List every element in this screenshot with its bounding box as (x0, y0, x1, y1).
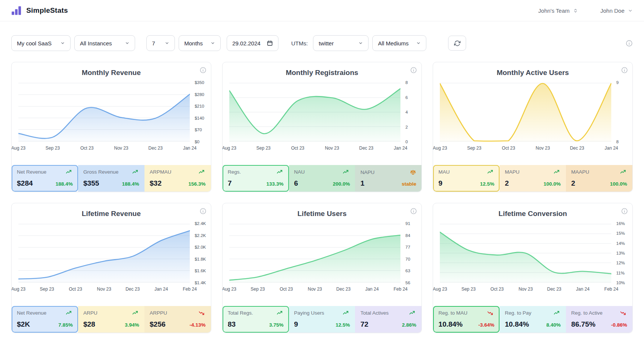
y-axis-label: $140 (195, 116, 205, 120)
stat-tile-total-regs[interactable]: Total Regs.833.75% (223, 306, 289, 333)
info-icon[interactable] (200, 208, 206, 214)
utm-medium-select[interactable]: All Mediums (372, 35, 426, 51)
stat-change: 200.0% (333, 181, 350, 187)
trend-up-icon (342, 310, 350, 316)
x-axis-label: Dec 23 (359, 146, 373, 151)
period-count-select[interactable]: 7 (146, 35, 175, 51)
x-axis-label: Jan 24 (183, 146, 197, 151)
stat-change: 12.5% (480, 181, 494, 187)
area-chart (229, 82, 401, 142)
x-axis-label: Feb 24 (604, 286, 618, 292)
x-axis-label: Oct 23 (80, 146, 93, 151)
chevron-down-icon (416, 41, 421, 45)
x-axis-label: Nov 23 (308, 286, 322, 292)
y-axis-label: $350 (195, 80, 205, 85)
instances-select-value: All Instances (80, 40, 112, 46)
trend-up-icon (619, 169, 627, 175)
x-axis-label: Sep 23 (40, 286, 54, 292)
x-axis-label: Feb 24 (394, 286, 408, 292)
stat-label: Reg. to Pay (505, 310, 531, 316)
instances-select[interactable]: All Instances (74, 35, 135, 51)
date-input[interactable]: 29.02.2024 (227, 35, 278, 51)
x-axis-label: Nov 23 (536, 146, 550, 151)
stat-tile-nau[interactable]: NAU6200.0% (289, 165, 355, 192)
stat-tile-net-revenue[interactable]: Net Revenue$284188.4% (12, 165, 78, 192)
y-axis-label: $0 (195, 140, 200, 144)
period-unit-select[interactable]: Months (179, 35, 221, 51)
y-axis-label: 9 (616, 80, 618, 85)
trend-up-icon (486, 169, 494, 175)
stat-tile-regs[interactable]: Regs.7133.3% (223, 165, 289, 192)
stat-value: 1 (360, 179, 364, 188)
stat-tile-arpu[interactable]: ARPU$283.94% (78, 306, 144, 333)
y-axis-label: $210 (195, 104, 205, 108)
y-axis-label: $70 (195, 128, 202, 132)
stat-value: $32 (150, 179, 162, 188)
stat-change: -0.86% (611, 322, 627, 328)
up-down-selector-icon (573, 8, 578, 13)
trend-up-icon (131, 310, 139, 316)
info-icon[interactable] (621, 67, 628, 74)
stat-value: 6 (294, 179, 298, 188)
y-axis-label: $2.2K (195, 233, 206, 238)
y-axis: 16%15%14%13%12%11%10% (611, 224, 632, 283)
stat-change: 12.5% (336, 322, 350, 328)
stat-change: 133.3% (266, 181, 284, 187)
y-axis: 98 (611, 82, 632, 142)
trend-down-icon (197, 310, 206, 316)
stat-label: Paying Users (294, 310, 324, 316)
stat-change: 188.4% (122, 181, 139, 187)
metric-card: Lifetime Users 918477706356 Aug 23Sep 23… (222, 203, 422, 333)
stat-tile-napu[interactable]: NAPU1stable (355, 165, 421, 192)
metric-card: Monthly Active Users 98 Aug 23Sep 23Oct … (433, 62, 633, 192)
stat-tile-reg-to-pay[interactable]: Reg. to Pay10.84%8.40% (500, 306, 566, 333)
x-axis-label: Sep 23 (461, 286, 475, 292)
stat-tile-paying-users[interactable]: Paying Users912.5% (289, 306, 355, 333)
x-axis-label: Nov 23 (97, 286, 111, 292)
stat-tile-reg-to-mau[interactable]: Reg. to MAU10.84%-3.64% (433, 306, 500, 333)
info-icon[interactable] (410, 208, 417, 214)
utm-source-select[interactable]: twitter (313, 35, 369, 51)
metric-card: Lifetime Revenue $2.4K$2.2K$2.0K$1.8K$1.… (11, 203, 211, 333)
area-chart (18, 224, 190, 283)
team-selector[interactable]: John's Team (538, 8, 578, 14)
stat-label: Gross Revenue (83, 169, 119, 175)
x-axis-label: Aug 23 (433, 146, 447, 151)
y-axis-label: 15% (616, 231, 625, 236)
stat-tile-maapu[interactable]: MAAPU2100.0% (566, 165, 632, 192)
chevron-down-icon (211, 41, 215, 45)
stat-label: MAPU (505, 169, 519, 175)
x-axis-label: Aug 23 (11, 146, 26, 151)
stat-tile-gross-revenue[interactable]: Gross Revenue$355188.4% (78, 165, 144, 192)
stat-tile-arppu[interactable]: ARPPU$256-4.13% (144, 306, 211, 333)
x-axis-label: Sep 23 (45, 146, 60, 151)
stat-change: 7.85% (59, 322, 73, 328)
info-icon[interactable] (200, 67, 206, 74)
stat-tile-mau[interactable]: MAU912.5% (433, 165, 500, 192)
stat-tile-reg-to-active[interactable]: Reg. to Active86.75%-0.86% (566, 306, 632, 333)
stats-row: Total Regs.833.75%Paying Users912.5%Tota… (223, 306, 422, 333)
x-axis-label: Oct 23 (291, 146, 304, 151)
product-select[interactable]: My cool SaaS (11, 35, 71, 51)
stat-tile-mapu[interactable]: MAPU2100.0% (500, 165, 566, 192)
x-axis-label: Oct 23 (280, 286, 293, 292)
stat-tile-total-actives[interactable]: Total Actives722.86% (355, 306, 421, 333)
stats-row: Regs.7133.3%NAU6200.0%NAPU1stable (223, 165, 422, 192)
trend-down-icon (619, 310, 627, 316)
stat-tile-arpmau[interactable]: ARPMAU$32156.3% (144, 165, 211, 192)
metric-card: Monthly Registraions 86420 Aug 23Sep 23O… (222, 62, 422, 192)
x-axis-label: Dec 23 (547, 286, 561, 292)
info-icon[interactable] (626, 40, 633, 47)
y-axis-label: 14% (616, 241, 625, 246)
x-axis-label: Nov 23 (325, 146, 339, 151)
stat-tile-net-revenue[interactable]: Net Revenue$2K7.85% (12, 306, 78, 333)
info-icon[interactable] (410, 67, 417, 74)
info-icon[interactable] (621, 208, 628, 214)
x-axis: Aug 23Sep 23Oct 23Nov 23Dec 23Jan 24 (229, 143, 401, 154)
stat-value: 2 (571, 179, 575, 188)
chart-area: 918477706356 (223, 224, 422, 283)
user-menu[interactable]: John Doe (600, 8, 633, 14)
refresh-button[interactable] (448, 36, 466, 51)
trend-up-icon (65, 310, 73, 316)
y-axis-label: $2.4K (195, 221, 206, 226)
